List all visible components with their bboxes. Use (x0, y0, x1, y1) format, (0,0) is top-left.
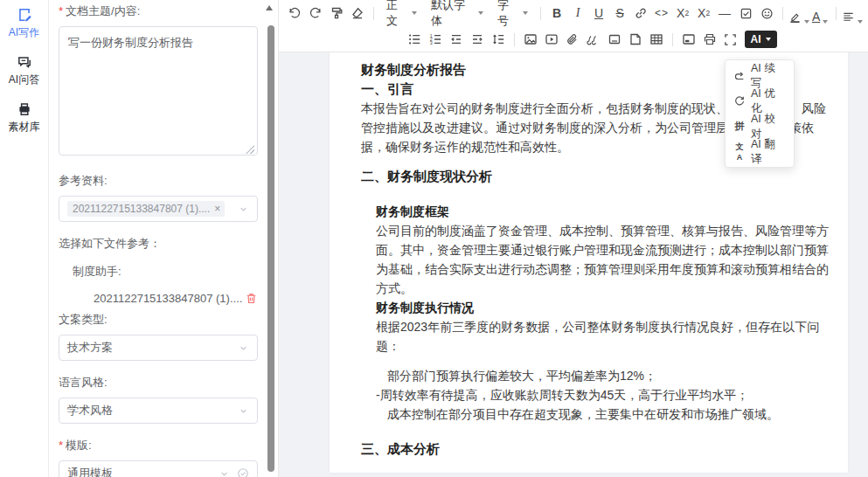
form-panel: *文档主题/内容: 写一份财务制度分析报告 参考资料: 202112271513… (49, 0, 278, 477)
nav-rail: AI写作 AI问答 素材库 (0, 0, 49, 477)
bullet-list-icon (407, 32, 421, 46)
chevron-down-icon (238, 342, 249, 354)
doc-heading-status: 二、财务制度现状分析 (361, 167, 830, 186)
format-painter-button[interactable] (326, 3, 347, 24)
menu-item-ai-optimize[interactable]: AI 优化 (726, 88, 794, 114)
chevron-down-icon (238, 204, 249, 215)
font-family-select[interactable]: 默认字体 (424, 3, 490, 24)
toolbar-separator (540, 7, 541, 20)
fullscreen-button[interactable] (720, 29, 741, 50)
ai-continue-icon (733, 70, 746, 82)
highlight-color-button[interactable] (788, 3, 809, 24)
toolbar-row-1: 正文 默认字体 字号 B I U S <> X2 X2 — A (279, 0, 868, 26)
horizontal-rule-button[interactable]: — (714, 3, 735, 24)
toolbar-separator (782, 7, 783, 20)
menu-item-ai-proofread[interactable]: 拼 AI 校对 (726, 114, 794, 139)
required-mark: * (59, 439, 63, 452)
ai-optimize-icon (733, 95, 746, 107)
topic-textarea[interactable]: 写一份财务制度分析报告 (59, 26, 258, 156)
file-group-label: 制度助手: (73, 264, 258, 280)
link-icon (634, 6, 648, 20)
inline-code-button[interactable]: <> (651, 3, 672, 24)
code-block-icon (628, 32, 642, 46)
paragraph-style-select[interactable]: 正文 (379, 3, 424, 24)
editor-toolbar: 正文 默认字体 字号 B I U S <> X2 X2 — A (279, 0, 868, 52)
toolbar-separator (672, 33, 673, 46)
code-block-button[interactable] (625, 29, 646, 50)
strikethrough-button[interactable]: S (609, 3, 630, 24)
indent-button[interactable] (467, 29, 488, 50)
undo-icon (288, 6, 302, 20)
reference-select[interactable]: 2021122715133847807 (1)....× (59, 196, 258, 222)
doc-paragraph: 根据2023年前三季度的财务数据，公司整体财务制度执行情况良好，但存在以下问题： (376, 317, 830, 356)
ai-dropdown-menu: AI 续写 AI 优化 拼 AI 校对 文A AI 翻译 (725, 59, 795, 168)
bullet-list-button[interactable] (404, 29, 425, 50)
task-list-button[interactable] (735, 3, 756, 24)
template-select[interactable]: 通用模板 (59, 460, 258, 477)
insert-video-button[interactable] (541, 29, 562, 50)
clear-format-button[interactable] (347, 3, 368, 24)
required-mark: * (59, 4, 63, 17)
doc-paragraph: 公司目前的制度涵盖了资金管理、成本控制、预算管理、核算与报告、风险管理等方面。其… (376, 221, 830, 298)
subscript-button[interactable]: X2 (672, 3, 693, 24)
italic-button[interactable]: I (567, 3, 588, 24)
divider-button[interactable] (604, 29, 625, 50)
menu-item-ai-continue[interactable]: AI 续写 (726, 63, 794, 88)
menu-item-label: AI 翻译 (751, 137, 786, 167)
template-value: 通用模板 (67, 466, 113, 477)
tag-close-icon[interactable]: × (214, 203, 220, 215)
image-icon (524, 32, 538, 46)
insert-image-button[interactable] (520, 29, 541, 50)
outdent-button[interactable] (446, 29, 467, 50)
ai-menu-button[interactable]: AI (745, 31, 777, 48)
scroll-up-arrow[interactable] (266, 5, 273, 10)
alignment-button[interactable] (842, 3, 863, 24)
reference-label: 参考资料: (59, 173, 258, 189)
superscript-button[interactable]: X2 (693, 3, 714, 24)
reference-tag: 2021122715133847807 (1)....× (67, 201, 225, 217)
insert-table-button[interactable] (646, 29, 667, 50)
doc-type-select[interactable]: 技术方案 (59, 335, 258, 361)
style-select[interactable]: 学术风格 (59, 398, 258, 424)
print-button[interactable] (699, 29, 720, 50)
link-button[interactable] (630, 3, 651, 24)
preview-button[interactable] (678, 29, 699, 50)
line-height-icon (491, 32, 505, 46)
sidebar-item-ai-writing[interactable]: AI写作 (9, 7, 39, 40)
ordered-list-button[interactable] (425, 29, 446, 50)
sidebar-item-material-library[interactable]: 素材库 (9, 101, 40, 135)
panel-scrollbar[interactable] (267, 25, 274, 472)
attachment-button[interactable] (562, 29, 583, 50)
font-color-button[interactable]: A (809, 3, 830, 24)
underline-button[interactable]: U (588, 3, 609, 24)
emoji-button[interactable] (756, 3, 777, 24)
doc-subheading-execution: 财务制度执行情况 (376, 298, 830, 317)
table-icon (649, 32, 663, 46)
trash-icon[interactable] (245, 292, 258, 305)
sidebar-item-ai-qa[interactable]: AI问答 (9, 54, 39, 87)
indent-icon (470, 32, 484, 46)
printer-icon (703, 32, 717, 46)
style-value: 学术风格 (67, 403, 113, 418)
doc-subheading-framework: 财务制度框架 (376, 202, 830, 221)
font-size-select[interactable]: 字号 (490, 3, 535, 24)
quote-icon (587, 33, 600, 46)
template-label: *模版: (59, 438, 258, 453)
format-painter-icon (330, 6, 344, 20)
bold-button[interactable]: B (546, 3, 567, 24)
highlight-pen-icon (788, 10, 802, 24)
topic-field-wrap: 写一份财务制度分析报告 (59, 26, 258, 159)
menu-item-ai-translate[interactable]: 文A AI 翻译 (726, 139, 794, 164)
doc-issue-item: 成本控制在部分项目中存在超支现象，主要集中在研发和市场推广领域。 (376, 404, 830, 424)
line-height-button[interactable] (488, 29, 509, 50)
redo-button[interactable] (305, 3, 326, 24)
doc-type-value: 技术方案 (67, 340, 113, 356)
emoji-icon (760, 7, 774, 20)
library-icon (17, 101, 32, 117)
blockquote-button[interactable] (583, 29, 604, 50)
write-icon (17, 7, 32, 23)
ai-translate-icon: 文A (733, 142, 746, 162)
redo-icon (309, 6, 323, 20)
undo-button[interactable] (284, 3, 305, 24)
check-circle-icon (237, 467, 249, 477)
